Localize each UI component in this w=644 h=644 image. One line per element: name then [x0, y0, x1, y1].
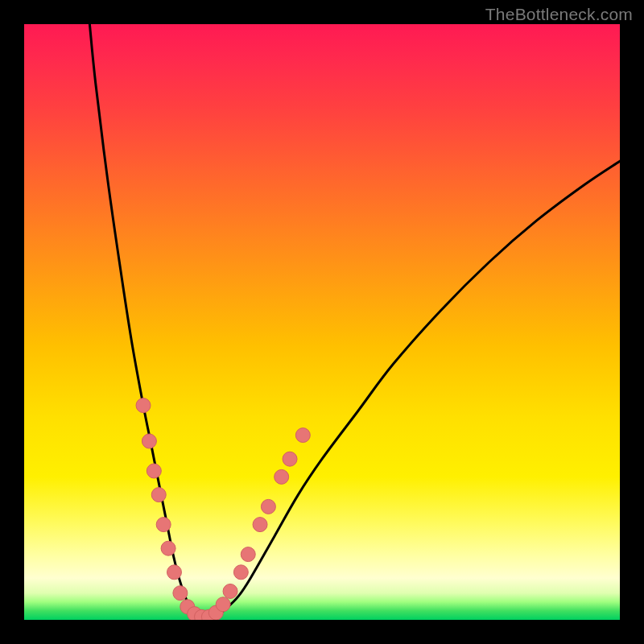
data-marker	[142, 434, 156, 448]
data-marker	[167, 565, 181, 580]
data-marker	[156, 518, 171, 532]
chart-frame: TheBottleneck.com	[0, 0, 644, 644]
data-marker	[223, 584, 237, 598]
data-marker	[295, 428, 310, 443]
data-marker	[173, 586, 188, 601]
data-marker	[216, 597, 230, 612]
data-marker	[253, 518, 267, 532]
data-marker	[261, 499, 275, 514]
watermark-text: TheBottleneck.com	[485, 5, 633, 24]
data-marker	[283, 452, 297, 466]
data-marker	[241, 547, 255, 562]
plot-area	[24, 24, 620, 620]
data-marker	[233, 565, 248, 580]
chart-svg	[24, 24, 620, 620]
data-marker	[161, 541, 175, 555]
data-marker	[275, 469, 289, 484]
data-markers	[136, 398, 310, 620]
data-marker	[151, 488, 166, 502]
data-marker	[147, 464, 161, 478]
data-marker	[136, 398, 151, 413]
